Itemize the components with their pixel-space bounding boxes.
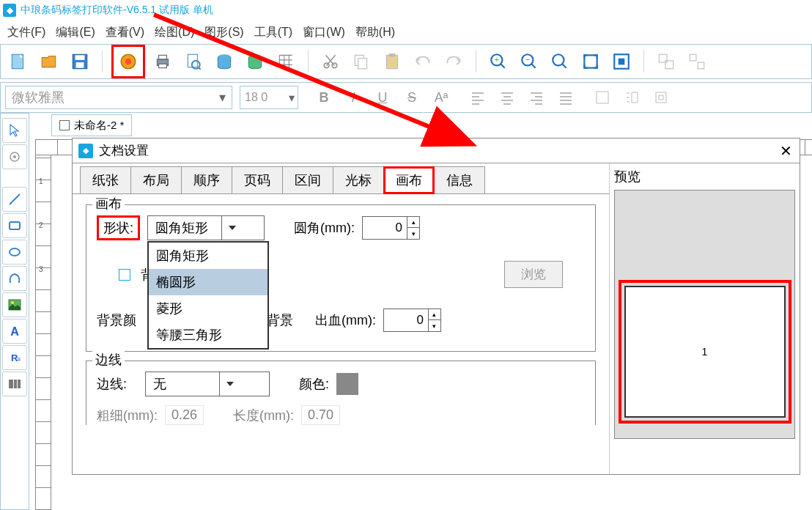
browse-button[interactable]: 浏览 bbox=[504, 261, 563, 288]
doc-settings-button[interactable] bbox=[115, 48, 141, 75]
save-button[interactable] bbox=[67, 48, 93, 75]
bleed-input[interactable]: ▴▾ bbox=[383, 308, 441, 332]
font-select[interactable]: 微软雅黑 bbox=[5, 86, 232, 109]
svg-rect-7 bbox=[159, 55, 167, 59]
color-swatch[interactable] bbox=[336, 373, 358, 395]
doc-settings-dialog: ◆ 文档设置 ✕ 纸张 布局 顺序 页码 区间 光标 画布 信息 bbox=[72, 138, 800, 475]
strike-button[interactable]: S bbox=[401, 86, 423, 108]
shape-combo[interactable]: 圆角矩形 圆角矩形 椭圆形 菱形 等腰三角形 bbox=[147, 215, 265, 240]
pointer-tool[interactable] bbox=[2, 118, 27, 143]
para3-button[interactable] bbox=[650, 86, 672, 108]
svg-rect-8 bbox=[159, 64, 167, 67]
border-dropdown-button[interactable] bbox=[219, 372, 240, 396]
richtext-tool[interactable]: R≡ bbox=[2, 345, 27, 370]
menu-shape[interactable]: 图形(S) bbox=[204, 25, 243, 40]
corner-field[interactable] bbox=[363, 217, 407, 239]
hand-tool[interactable] bbox=[2, 144, 27, 169]
menu-draw[interactable]: 绘图(D) bbox=[155, 25, 194, 40]
tab-range[interactable]: 区间 bbox=[282, 166, 333, 193]
database2-button[interactable] bbox=[242, 48, 268, 75]
tab-paper[interactable]: 纸张 bbox=[80, 166, 131, 193]
underline-button[interactable]: U bbox=[372, 86, 394, 108]
menu-help[interactable]: 帮助(H) bbox=[355, 25, 395, 40]
group-button[interactable] bbox=[653, 48, 679, 75]
menu-file[interactable]: 文件(F) bbox=[7, 25, 45, 40]
bold-button[interactable]: B bbox=[313, 86, 335, 108]
svg-text:−: − bbox=[525, 55, 530, 64]
tab-order[interactable]: 顺序 bbox=[181, 166, 232, 193]
zoomin-button[interactable]: + bbox=[485, 48, 512, 75]
close-button[interactable]: ✕ bbox=[780, 142, 792, 160]
border-value: 无 bbox=[146, 375, 219, 393]
shape-option-3[interactable]: 等腰三角形 bbox=[149, 322, 267, 348]
open-button[interactable] bbox=[36, 48, 62, 75]
copy-button[interactable] bbox=[348, 48, 374, 75]
tab-layout[interactable]: 布局 bbox=[130, 166, 182, 193]
new-button[interactable] bbox=[5, 48, 32, 75]
border-label: 边线: bbox=[97, 375, 138, 393]
fitpage-button[interactable] bbox=[608, 48, 635, 75]
menu-view[interactable]: 查看(V) bbox=[106, 25, 144, 40]
weight-value: 0.26 bbox=[165, 405, 204, 425]
undo-button[interactable] bbox=[410, 48, 436, 75]
tab-info[interactable]: 信息 bbox=[434, 166, 485, 193]
preview-button[interactable] bbox=[180, 48, 207, 75]
fontsize-select[interactable]: 18 0 bbox=[240, 86, 298, 109]
bleed-down[interactable]: ▾ bbox=[429, 320, 440, 331]
main-area: A R≡ 未命名-2 * 1 2 3 ◆ 文档设置 ✕ 纸张 布局 bbox=[0, 113, 812, 510]
style-button[interactable]: Aª bbox=[430, 86, 452, 108]
bg-checkbox[interactable] bbox=[119, 269, 130, 281]
para2-button[interactable] bbox=[621, 86, 643, 108]
barcode-tool[interactable] bbox=[2, 372, 27, 396]
tab-cursor[interactable]: 光标 bbox=[333, 166, 384, 193]
bleed-up[interactable]: ▴ bbox=[429, 309, 440, 320]
corner-down[interactable]: ▾ bbox=[407, 228, 419, 239]
toolbar-main: + − bbox=[0, 44, 812, 79]
grid-button[interactable] bbox=[273, 48, 299, 75]
align-right-button[interactable] bbox=[525, 86, 547, 108]
shape-label: 形状: bbox=[97, 215, 140, 240]
redo-button[interactable] bbox=[440, 48, 467, 75]
corner-up[interactable]: ▴ bbox=[407, 217, 419, 228]
menu-window[interactable]: 窗口(W) bbox=[303, 25, 345, 40]
align-left-button[interactable] bbox=[467, 86, 489, 108]
border-combo[interactable]: 无 bbox=[145, 372, 270, 396]
image-tool[interactable] bbox=[2, 292, 27, 317]
doc-tab-icon bbox=[59, 120, 70, 130]
tab-canvas[interactable]: 画布 bbox=[383, 166, 435, 194]
print-button[interactable] bbox=[150, 48, 176, 75]
svg-line-40 bbox=[10, 194, 20, 204]
menu-tools[interactable]: 工具(T) bbox=[254, 25, 292, 40]
left-toolbar: A R≡ bbox=[0, 113, 29, 510]
align-justify-button[interactable] bbox=[555, 86, 577, 108]
line-tool[interactable] bbox=[2, 187, 27, 212]
fit-button[interactable] bbox=[577, 48, 604, 75]
polygon-tool[interactable] bbox=[2, 266, 27, 291]
cut-button[interactable] bbox=[317, 48, 344, 75]
ungroup-button[interactable] bbox=[684, 48, 710, 75]
zoom-button[interactable] bbox=[547, 48, 573, 75]
shape-option-0[interactable]: 圆角矩形 bbox=[149, 243, 267, 269]
shape-option-1[interactable]: 椭圆形 bbox=[149, 269, 267, 295]
menu-edit[interactable]: 编辑(E) bbox=[56, 25, 95, 40]
preview-page-num: 1 bbox=[702, 346, 708, 358]
para1-button[interactable] bbox=[591, 86, 613, 108]
tab-page[interactable]: 页码 bbox=[232, 166, 283, 193]
text-tool[interactable]: A bbox=[2, 319, 27, 344]
svg-point-28 bbox=[553, 54, 564, 65]
italic-button[interactable]: I bbox=[342, 86, 364, 108]
shape-option-2[interactable]: 菱形 bbox=[149, 295, 267, 322]
rect-tool[interactable] bbox=[2, 213, 27, 238]
shape-dropdown-button[interactable] bbox=[221, 215, 242, 240]
corner-input[interactable]: ▴▾ bbox=[362, 216, 420, 240]
document-tab[interactable]: 未命名-2 * bbox=[51, 114, 132, 136]
svg-rect-2 bbox=[75, 55, 85, 60]
paste-button[interactable] bbox=[379, 48, 405, 75]
shape-dropdown: 圆角矩形 椭圆形 菱形 等腰三角形 bbox=[147, 241, 269, 350]
bleed-field[interactable] bbox=[384, 309, 428, 331]
align-center-button[interactable] bbox=[496, 86, 518, 108]
ellipse-tool[interactable] bbox=[2, 240, 27, 265]
dialog-titlebar: ◆ 文档设置 ✕ bbox=[73, 138, 800, 163]
database-button[interactable] bbox=[211, 48, 237, 75]
zoomout-button[interactable]: − bbox=[516, 48, 542, 75]
